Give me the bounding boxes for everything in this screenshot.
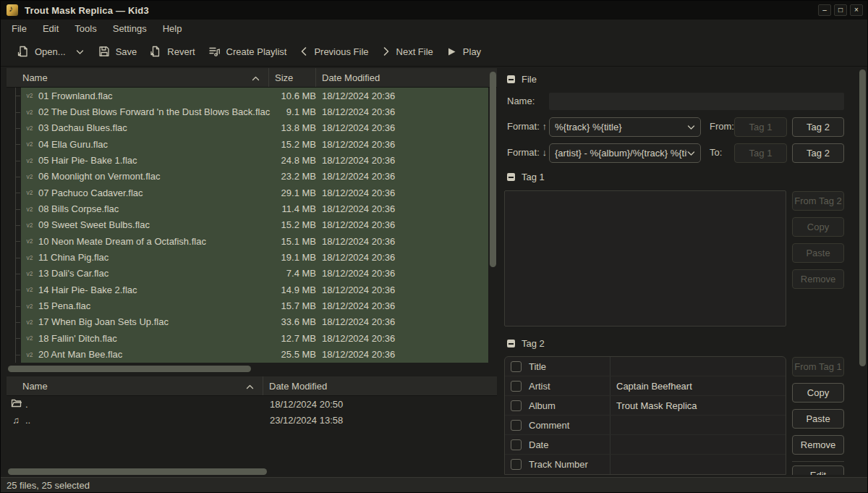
tag-v2-badge-icon: v2 bbox=[21, 334, 38, 342]
scrollbar-handle[interactable] bbox=[490, 72, 496, 267]
format-from-filename-combobox[interactable]: %{track} %{title} bbox=[549, 117, 701, 137]
file-date-modified: 18/12/2024 20:36 bbox=[316, 300, 488, 311]
file-row[interactable]: v2 10 Neon Meate Dream of a Octafish.fla… bbox=[7, 233, 497, 249]
from-label: From: bbox=[710, 117, 734, 136]
file-row[interactable]: v2 01 Frownland.flac 10.6 MB 18/12/2024 … bbox=[7, 88, 497, 104]
tag2-field-row[interactable]: Title bbox=[505, 357, 786, 376]
menu-item[interactable]: Tools bbox=[67, 21, 104, 36]
playlist-icon bbox=[208, 46, 221, 57]
file-row[interactable]: v2 17 When Big Joan Sets Up.flac 33.6 MB… bbox=[7, 314, 497, 330]
scrollbar-handle[interactable] bbox=[8, 366, 251, 372]
tag2-edit-button[interactable]: Edit bbox=[792, 465, 844, 475]
file-size: 7.4 MB bbox=[274, 268, 316, 279]
scrollbar-handle[interactable] bbox=[859, 69, 866, 366]
file-row[interactable]: v2 06 Moonlight on Vermont.flac 23.2 MB … bbox=[7, 169, 497, 185]
tag2-field-row[interactable]: Date bbox=[505, 435, 786, 455]
maximize-icon[interactable]: □ bbox=[834, 4, 847, 16]
field-checkbox[interactable] bbox=[511, 381, 522, 392]
next-file-button[interactable]: Next File bbox=[375, 42, 440, 62]
field-checkbox[interactable] bbox=[511, 400, 522, 411]
tag2-field-row[interactable]: Track Number bbox=[505, 455, 786, 474]
file-row[interactable]: v2 13 Dali's Car.flac 7.4 MB 18/12/2024 … bbox=[7, 266, 497, 282]
create-playlist-button[interactable]: Create Playlist bbox=[202, 41, 294, 62]
tag2-action-button[interactable]: Remove bbox=[792, 435, 844, 455]
file-date-modified: 18/12/2024 20:36 bbox=[316, 316, 488, 327]
field-checkbox[interactable] bbox=[511, 439, 522, 450]
file-row[interactable]: v2 15 Pena.flac 15.7 MB 18/12/2024 20:36 bbox=[7, 298, 497, 313]
file-row[interactable]: v2 07 Pachuco Cadaver.flac 29.1 MB 18/12… bbox=[7, 185, 497, 201]
tree-branch bbox=[7, 185, 21, 201]
play-button[interactable]: Play bbox=[440, 42, 488, 62]
file-size: 19.1 MB bbox=[274, 252, 316, 263]
tag1-table[interactable] bbox=[504, 190, 786, 326]
file-name: 17 When Big Joan Sets Up.flac bbox=[38, 316, 274, 327]
revert-button[interactable]: Revert bbox=[143, 41, 201, 62]
tag1-buttons: From Tag 2CopyPasteRemove bbox=[792, 191, 844, 289]
field-checkbox[interactable] bbox=[511, 420, 522, 431]
open-button[interactable]: Open... bbox=[11, 41, 72, 62]
format-to-filename-combobox[interactable]: {artist} - %{album}/%{track} %{title} bbox=[549, 143, 701, 163]
close-icon[interactable]: × bbox=[850, 4, 863, 16]
column-header-name[interactable]: Name bbox=[7, 376, 263, 395]
file-row[interactable]: v2 18 Fallin' Ditch.flac 12.7 MB 18/12/2… bbox=[7, 330, 497, 346]
column-header-date-modified[interactable]: Date Modified bbox=[316, 68, 497, 87]
field-checkbox[interactable] bbox=[511, 361, 522, 372]
file-row[interactable]: v2 14 Hair Pie- Bake 2.flac 14.9 MB 18/1… bbox=[7, 282, 497, 298]
scrollbar-handle[interactable] bbox=[8, 468, 267, 475]
tag1-section-header[interactable]: Tag 1 bbox=[507, 172, 545, 182]
tag-v2-badge-icon: v2 bbox=[21, 140, 38, 148]
collapse-icon[interactable] bbox=[507, 75, 515, 83]
tag-v2-badge-icon: v2 bbox=[21, 92, 38, 99]
dir-name: .. bbox=[25, 415, 263, 426]
tag2-action-button[interactable]: Paste bbox=[792, 409, 844, 429]
tag-panel-vertical-scrollbar[interactable] bbox=[859, 69, 867, 475]
field-checkbox[interactable] bbox=[511, 459, 522, 470]
file-row[interactable]: v2 11 China Pig.flac 19.1 MB 18/12/2024 … bbox=[7, 249, 497, 265]
tag2-field-row[interactable]: Album Trout Mask Replica bbox=[505, 396, 786, 416]
previous-file-button[interactable]: Previous File bbox=[293, 42, 375, 62]
save-button[interactable]: Save bbox=[92, 41, 144, 62]
tag2-field-row[interactable]: Comment bbox=[505, 416, 786, 435]
to-tag2-button[interactable]: Tag 2 bbox=[792, 143, 844, 163]
file-size: 23.2 MB bbox=[274, 171, 316, 182]
column-header-name[interactable]: Name bbox=[7, 68, 268, 87]
menu-item[interactable]: Settings bbox=[105, 21, 155, 36]
revert-icon bbox=[150, 46, 161, 57]
file-row[interactable]: v2 20 Ant Man Bee.flac 25.5 MB 18/12/202… bbox=[7, 347, 497, 363]
file-size: 24.8 MB bbox=[274, 155, 316, 166]
field-value[interactable]: Trout Mask Replica bbox=[610, 400, 697, 411]
collapse-icon[interactable] bbox=[507, 173, 515, 181]
file-row[interactable]: v2 03 Dachau Blues.flac 13.8 MB 18/12/20… bbox=[7, 120, 497, 136]
file-section-header[interactable]: File bbox=[507, 74, 537, 85]
file-row[interactable]: v2 05 Hair Pie- Bake 1.flac 24.8 MB 18/1… bbox=[7, 152, 497, 168]
file-row[interactable]: v2 02 The Dust Blows Forward 'n the Dust… bbox=[7, 104, 497, 119]
collapse-icon[interactable] bbox=[507, 340, 515, 347]
field-value[interactable]: Captain Beefheart bbox=[610, 381, 692, 392]
tag2-field-row[interactable]: Artist Captain Beefheart bbox=[505, 376, 786, 396]
tag-v2-badge-icon: v2 bbox=[21, 157, 38, 164]
file-row[interactable]: v2 08 Bills Corpse.flac 11.4 MB 18/12/20… bbox=[7, 201, 497, 216]
column-header-size[interactable]: Size bbox=[269, 68, 315, 87]
tag2-action-button[interactable]: Copy bbox=[792, 383, 844, 403]
file-size: 29.1 MB bbox=[274, 187, 316, 198]
file-row[interactable]: v2 04 Ella Guru.flac 15.2 MB 18/12/2024 … bbox=[7, 136, 497, 152]
file-list-vertical-scrollbar[interactable] bbox=[489, 69, 497, 361]
from-tag2-button[interactable]: Tag 2 bbox=[792, 117, 844, 137]
menu-item[interactable]: Edit bbox=[35, 21, 67, 36]
tree-branch bbox=[7, 347, 21, 363]
from-tag1-button: Tag 1 bbox=[734, 117, 787, 137]
file-size: 15.7 MB bbox=[274, 300, 316, 311]
dir-row-current[interactable]: . 18/12/2024 20:50 bbox=[7, 396, 497, 412]
filename-input[interactable] bbox=[549, 93, 844, 110]
menu-item[interactable]: Help bbox=[155, 21, 190, 36]
dir-row-parent[interactable]: ♫ .. 23/12/2024 13:58 bbox=[7, 412, 497, 428]
file-list-horizontal-scrollbar[interactable] bbox=[7, 365, 497, 373]
menu-item[interactable]: File bbox=[4, 21, 35, 36]
dir-list-horizontal-scrollbar[interactable] bbox=[7, 468, 497, 476]
tag2-section-header[interactable]: Tag 2 bbox=[507, 338, 545, 349]
open-dropdown-chevron-icon[interactable] bbox=[72, 42, 88, 62]
minimize-icon[interactable]: – bbox=[818, 4, 831, 16]
column-header-date-modified[interactable]: Date Modified bbox=[263, 376, 497, 395]
file-row[interactable]: v2 09 Sweet Sweet Bulbs.flac 15.2 MB 18/… bbox=[7, 217, 497, 233]
file-size: 9.1 MB bbox=[274, 106, 316, 117]
